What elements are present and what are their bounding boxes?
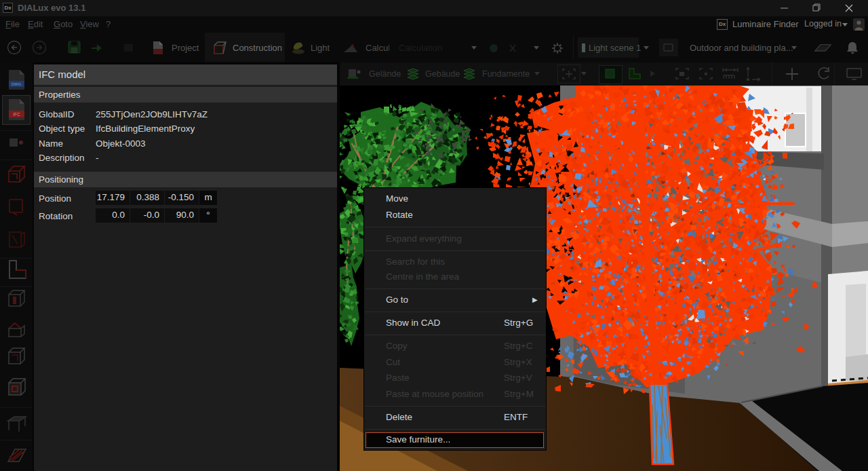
svg-text:DWG: DWG: [12, 82, 22, 86]
svg-text:IFC: IFC: [13, 112, 20, 117]
